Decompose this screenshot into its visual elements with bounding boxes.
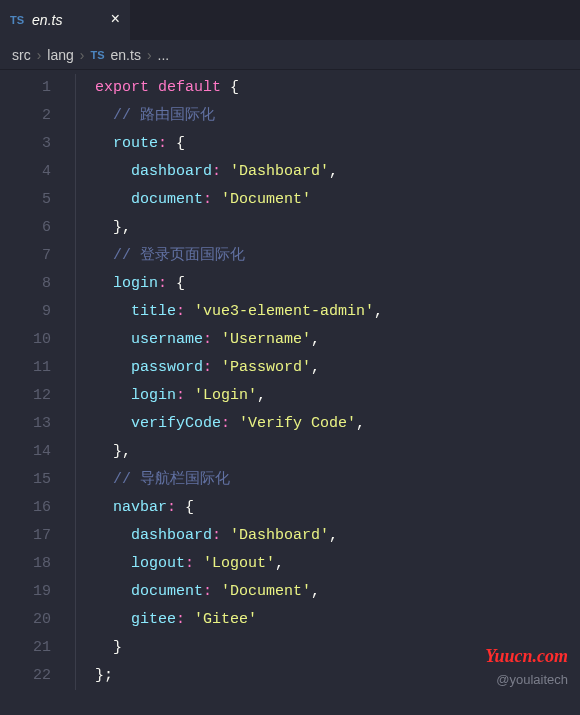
code-line: document: 'Document', xyxy=(95,578,580,606)
typescript-icon: TS xyxy=(10,14,24,26)
close-icon[interactable]: × xyxy=(110,11,120,29)
code-line: login: { xyxy=(95,270,580,298)
line-number: 13 xyxy=(0,410,75,438)
code-line: logout: 'Logout', xyxy=(95,550,580,578)
tab-bar: TS en.ts × xyxy=(0,0,580,40)
code-line: }, xyxy=(95,438,580,466)
line-number: 12 xyxy=(0,382,75,410)
line-number: 15 xyxy=(0,466,75,494)
breadcrumb-part[interactable]: lang xyxy=(47,47,73,63)
tab-filename: en.ts xyxy=(32,12,62,28)
line-number: 5 xyxy=(0,186,75,214)
code-line: username: 'Username', xyxy=(95,326,580,354)
code-line: gitee: 'Gitee' xyxy=(95,606,580,634)
breadcrumb-tail[interactable]: ... xyxy=(158,47,170,63)
line-number: 19 xyxy=(0,578,75,606)
file-tab[interactable]: TS en.ts × xyxy=(0,0,130,40)
chevron-right-icon: › xyxy=(80,47,85,63)
line-number: 6 xyxy=(0,214,75,242)
line-number: 14 xyxy=(0,438,75,466)
code-line: // 登录页面国际化 xyxy=(95,242,580,270)
line-number: 7 xyxy=(0,242,75,270)
code-line: }, xyxy=(95,214,580,242)
line-number: 10 xyxy=(0,326,75,354)
code-line: password: 'Password', xyxy=(95,354,580,382)
code-line: route: { xyxy=(95,130,580,158)
line-number: 11 xyxy=(0,354,75,382)
code-line: dashboard: 'Dashboard', xyxy=(95,522,580,550)
line-number-gutter: 1 2 3 4 5 6 7 8 9 10 11 12 13 14 15 16 1… xyxy=(0,70,75,715)
code-line: title: 'vue3-element-admin', xyxy=(95,298,580,326)
code-line: navbar: { xyxy=(95,494,580,522)
line-number: 1 xyxy=(0,74,75,102)
line-number: 9 xyxy=(0,298,75,326)
breadcrumb-file[interactable]: en.ts xyxy=(111,47,141,63)
line-number: 8 xyxy=(0,270,75,298)
line-number: 17 xyxy=(0,522,75,550)
breadcrumb-part[interactable]: src xyxy=(12,47,31,63)
line-number: 20 xyxy=(0,606,75,634)
line-number: 2 xyxy=(0,102,75,130)
line-number: 21 xyxy=(0,634,75,662)
code-area[interactable]: export default { // 路由国际化 route: { dashb… xyxy=(75,70,580,715)
line-number: 16 xyxy=(0,494,75,522)
line-number: 18 xyxy=(0,550,75,578)
code-line: verifyCode: 'Verify Code', xyxy=(95,410,580,438)
watermark-brand: Yuucn.com xyxy=(485,646,568,667)
line-number: 3 xyxy=(0,130,75,158)
chevron-right-icon: › xyxy=(37,47,42,63)
typescript-icon: TS xyxy=(90,49,104,61)
code-line: login: 'Login', xyxy=(95,382,580,410)
chevron-right-icon: › xyxy=(147,47,152,63)
code-editor[interactable]: 1 2 3 4 5 6 7 8 9 10 11 12 13 14 15 16 1… xyxy=(0,70,580,715)
code-line: document: 'Document' xyxy=(95,186,580,214)
code-line: dashboard: 'Dashboard', xyxy=(95,158,580,186)
indent-guide xyxy=(75,74,76,690)
line-number: 22 xyxy=(0,662,75,690)
code-line: // 路由国际化 xyxy=(95,102,580,130)
watermark-handle: @youlaitech xyxy=(496,672,568,687)
line-number: 4 xyxy=(0,158,75,186)
breadcrumb: src › lang › TS en.ts › ... xyxy=(0,40,580,70)
code-line: export default { xyxy=(95,74,580,102)
code-line: // 导航栏国际化 xyxy=(95,466,580,494)
